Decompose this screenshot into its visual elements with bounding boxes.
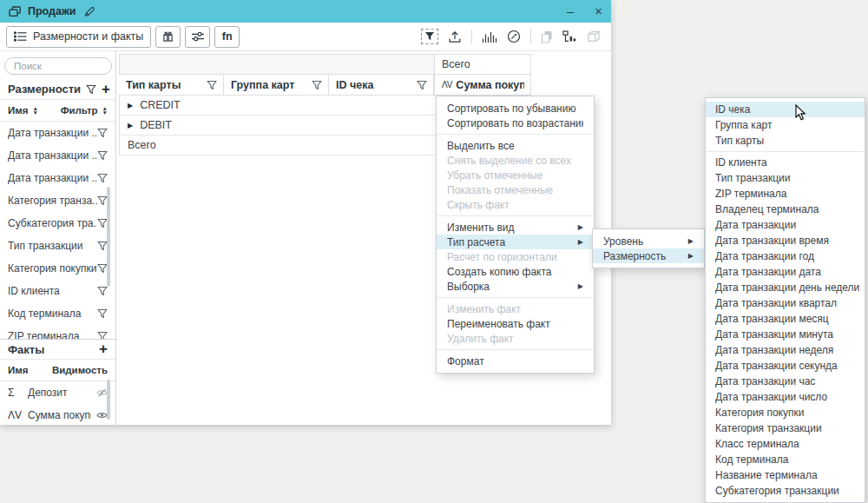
search-input[interactable] xyxy=(4,57,112,75)
export-icon[interactable] xyxy=(448,30,462,43)
context-menu-item[interactable]: Переименовать факт ▶ xyxy=(437,316,594,331)
dimension-menu-item[interactable]: Дата транзакции xyxy=(706,217,865,233)
context-menu-item[interactable]: Изменить факт ▶ xyxy=(437,301,594,316)
dimension-menu-item[interactable]: Дата транзакции минута xyxy=(706,327,865,342)
column-filter-icon[interactable] xyxy=(417,80,427,90)
dimension-menu-item[interactable]: Дата транзакции время xyxy=(706,233,865,248)
fact-column-header[interactable]: ΛV Сумма покупок xyxy=(434,75,531,96)
submenu-item[interactable]: Размерность ▶ xyxy=(593,248,704,263)
name-column-header[interactable]: Имя xyxy=(8,105,28,116)
dimension-menu-label: Субкатегория транзакции xyxy=(715,485,839,497)
hierarchy-icon[interactable] xyxy=(562,30,577,43)
total-row[interactable]: Всего xyxy=(120,136,435,156)
context-menu-item[interactable]: Скрыть факт ▶ xyxy=(437,197,594,212)
close-button[interactable]: × xyxy=(595,5,602,17)
dimension-menu-item[interactable]: Дата транзакции секунда xyxy=(706,358,865,374)
dimension-menu-item[interactable]: Дата транзакции час xyxy=(706,374,865,389)
dimension-list-item[interactable]: Тип транзакции xyxy=(0,235,115,257)
dimension-menu-item[interactable]: ZIP терминала xyxy=(706,186,865,202)
dimension-menu-item[interactable]: Группа карт xyxy=(706,117,865,133)
minimize-button[interactable]: – xyxy=(567,5,574,17)
dimension-list-item[interactable]: Код терминала xyxy=(0,302,115,325)
column-filter-icon[interactable] xyxy=(207,80,217,90)
dimension-menu-label: Дата транзакции секунда xyxy=(715,360,838,372)
dimension-list-item[interactable]: Субкатегория тра... xyxy=(0,212,115,235)
dimension-menu-item[interactable]: Код терминала xyxy=(706,452,865,467)
filter-icon[interactable] xyxy=(421,29,438,44)
fact-list-item[interactable]: ΛV Сумма покупок xyxy=(0,404,115,427)
dimension-menu-item[interactable]: Дата транзакции год xyxy=(706,248,865,264)
dimension-menu-item[interactable]: Тип транзакции xyxy=(706,170,865,186)
row-filter-icon[interactable] xyxy=(97,331,108,339)
context-menu-item[interactable]: Снять выделение со всех ▶ xyxy=(437,153,594,168)
context-menu-item[interactable]: Формат ▶ xyxy=(437,354,594,368)
add-dimension-button[interactable]: + xyxy=(102,83,110,96)
dimension-menu-item[interactable]: Субкатегория транзакции xyxy=(706,483,865,499)
dimension-menu-item[interactable]: Название терминала xyxy=(706,467,865,483)
context-menu-item[interactable]: Удалить факт ▶ xyxy=(437,331,594,346)
context-menu-item[interactable]: Расчет по горизонтали ▶ xyxy=(437,249,594,264)
expand-icon[interactable]: ▶ xyxy=(128,122,133,129)
dimensions-filter-icon[interactable] xyxy=(86,84,96,95)
dimension-menu-item[interactable]: Дата транзакции квартал xyxy=(706,295,865,311)
row-filter-icon[interactable] xyxy=(97,286,108,296)
expand-icon[interactable]: ▶ xyxy=(128,102,133,109)
dimension-list-item[interactable]: ID клиента xyxy=(0,280,115,302)
dimensions-facts-button[interactable]: Размерности и факты xyxy=(6,26,151,48)
dimensions-scrollbar[interactable] xyxy=(107,187,110,287)
context-menu-item[interactable]: Изменить вид ▶ xyxy=(437,220,594,235)
visibility-column-header[interactable]: Видимость xyxy=(52,365,108,375)
dimension-menu-item[interactable]: Дата транзакции месяц xyxy=(706,311,865,327)
fact-list-item[interactable]: Σ Депозит xyxy=(0,381,115,404)
filter-column-header[interactable]: Фильтр xyxy=(61,105,98,116)
dimension-list-item[interactable]: Дата транзакции ... xyxy=(0,167,115,189)
add-fact-button[interactable]: + xyxy=(99,343,108,355)
dimension-list-item[interactable]: Категория транза... xyxy=(0,189,115,212)
dimension-menu-item[interactable]: Дата транзакции неделя xyxy=(706,342,865,358)
row-filter-icon[interactable] xyxy=(97,150,108,161)
dimension-list-item[interactable]: Дата транзакции ... xyxy=(0,144,115,167)
table-row[interactable]: ▶ DEBIT xyxy=(120,116,435,136)
row-filter-icon[interactable] xyxy=(97,308,108,319)
dimension-menu-item[interactable]: Владелец терминала xyxy=(706,202,865,217)
fn-button[interactable]: fn xyxy=(214,26,240,48)
dimension-menu-item[interactable]: ID чека xyxy=(706,102,865,117)
row-filter-icon[interactable] xyxy=(97,128,108,138)
context-menu-item[interactable]: Показать отмеченные ▶ xyxy=(437,182,594,197)
sort-name-icon[interactable]: ▲▼ xyxy=(32,106,37,115)
dimension-menu-item[interactable]: ID клиента xyxy=(706,155,865,170)
column-header-cell[interactable]: ID чека xyxy=(329,75,434,96)
row-filter-icon[interactable] xyxy=(97,173,108,183)
dimension-menu-item[interactable]: Категория покупки xyxy=(706,405,865,420)
settings-sliders-button[interactable] xyxy=(185,26,210,48)
dimension-list-item[interactable]: Дата транзакции ... xyxy=(0,122,115,144)
gauge-icon[interactable] xyxy=(507,30,521,43)
sort-filter-icon[interactable]: ▲▼ xyxy=(102,106,108,115)
dimension-menu-item[interactable]: Дата транзакции день недели xyxy=(706,280,865,295)
dimension-menu-item[interactable]: Класс терминала xyxy=(706,436,865,452)
column-header-cell[interactable]: Тип карты xyxy=(119,75,224,96)
dimension-menu-item[interactable]: Тип карты xyxy=(706,133,865,149)
total-column-header[interactable]: Всего xyxy=(434,54,531,75)
column-header-cell[interactable]: Группа карт xyxy=(224,75,329,96)
dimension-list-item[interactable]: ZIP терминала xyxy=(0,325,115,339)
table-row[interactable]: ▶ CREDIT xyxy=(120,96,435,116)
context-menu-item[interactable]: Выделить все ▶ xyxy=(437,138,594,153)
dimension-menu-item[interactable]: Дата транзакции дата xyxy=(706,264,865,280)
search-values-button[interactable] xyxy=(155,26,181,48)
bar-chart-icon[interactable] xyxy=(482,31,497,43)
column-filter-icon[interactable] xyxy=(312,80,322,90)
context-menu-item[interactable]: Сортировать по возрастанию ▶ xyxy=(437,116,594,130)
submenu-item[interactable]: Уровень ▶ xyxy=(593,234,704,248)
facts-scrollbar[interactable] xyxy=(107,380,110,420)
context-menu-item[interactable]: Сортировать по убыванию ▶ xyxy=(437,101,594,116)
rename-pencil-icon[interactable] xyxy=(83,6,95,17)
context-menu-item[interactable]: Убрать отмеченные ▶ xyxy=(437,168,594,182)
facts-name-column-header[interactable]: Имя xyxy=(8,365,28,375)
dimension-menu-item[interactable]: Дата транзакции число xyxy=(706,389,865,405)
context-menu-item[interactable]: Тип расчета ▶ xyxy=(437,235,594,249)
context-menu-item[interactable]: Выборка ▶ xyxy=(437,279,594,294)
context-menu-item[interactable]: Создать копию факта ▶ xyxy=(437,264,594,279)
dimension-list-item[interactable]: Категория покупки xyxy=(0,257,115,280)
dimension-menu-item[interactable]: Категория транзакции xyxy=(706,420,865,436)
